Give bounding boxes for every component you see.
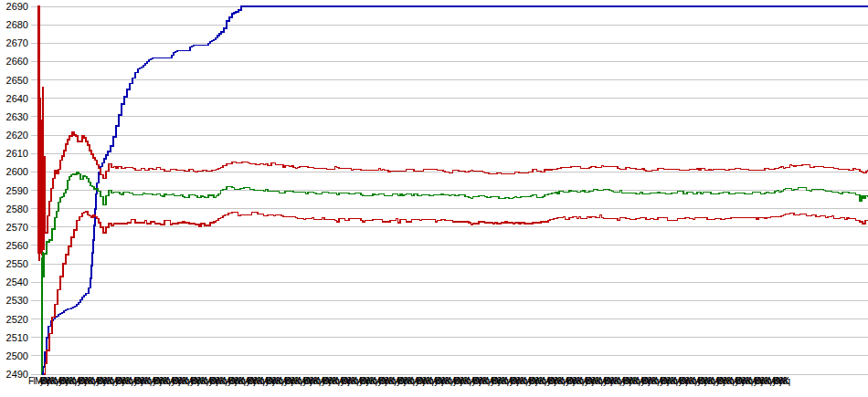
y-axis-tick-label: 2530 (6, 295, 28, 306)
price-chart-svg: 2690268026702660265026402630262026102600… (0, 0, 868, 397)
chart-canvas: 2690268026702660265026402630262026102600… (0, 0, 868, 397)
gridlines (31, 6, 868, 374)
y-axis-tick-label: 2590 (6, 185, 28, 196)
series-line-mid-green (41, 172, 868, 374)
y-axis-tick-label: 2560 (6, 240, 28, 251)
y-axis-tick-label: 2640 (6, 93, 28, 104)
y-axis-tick-label: 2620 (6, 130, 28, 141)
y-axis-tick-label: 2680 (6, 19, 28, 30)
x-axis-smear-text: M4yB9N8jW6KqM4yB9N8jW6KqM4yB9N8jW6KqM4yB… (35, 376, 786, 386)
y-axis-tick-label: 2670 (6, 37, 28, 48)
y-axis-tick-label: 2630 (6, 111, 28, 122)
y-axis-tick-label: 2570 (6, 222, 28, 233)
y-axis-tick-label: 2580 (6, 204, 28, 214)
y-axis-tick-label: 2540 (6, 277, 28, 287)
y-axis-tick-label: 2690 (6, 1, 28, 12)
y-axis-tick-label: 2610 (6, 148, 28, 159)
y-axis-tick-label: 2490 (6, 369, 28, 380)
y-axis-tick-label: 2520 (6, 314, 28, 325)
y-axis-tick-label: 2600 (6, 166, 28, 177)
y-axis-tick-label: 2650 (6, 75, 28, 86)
series-line-lower-band-red (44, 212, 868, 374)
y-axis-tick-label: 2550 (6, 258, 28, 269)
y-axis-tick-label: 2660 (6, 56, 28, 67)
x-axis-label-smear: FlM4yB9N8jW6KqM4yB9N8jW6KqM4yB9N8jW6KqM4… (28, 375, 868, 388)
y-axis-tick-label: 2500 (6, 350, 28, 361)
y-axis-tick-label: 2510 (6, 332, 28, 343)
y-axis-labels: 2690268026702660265026402630262026102600… (6, 1, 28, 380)
